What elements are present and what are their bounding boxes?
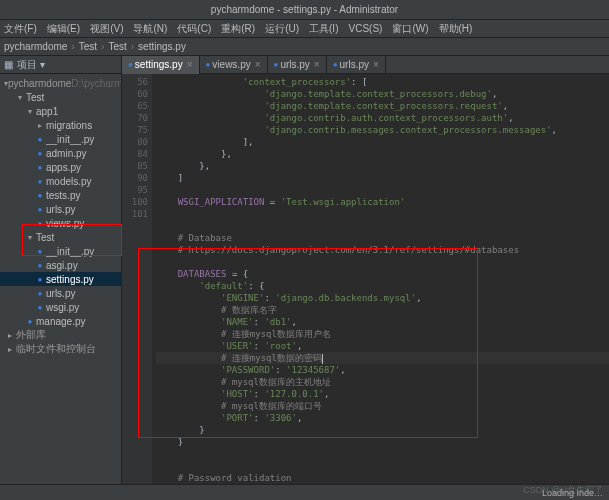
menu-item[interactable]: 编辑(E) [47,22,80,36]
code-line[interactable]: # Password validation [156,472,609,484]
code-line[interactable]: WSGI_APPLICATION = 'Test.wsgi.applicatio… [156,196,609,208]
code-line[interactable]: 'context_processors': [ [156,76,609,88]
menu-item[interactable]: 运行(U) [265,22,299,36]
tab-label: settings.py [135,59,183,70]
code-line[interactable]: # mysql数据库的端口号 [156,400,609,412]
code-editor[interactable]: 56606570758084859095100101 'context_proc… [122,74,609,486]
line-number: 101 [126,208,148,220]
tree-item[interactable]: settings.py [0,272,121,286]
editor-tab[interactable]: ●urls.py× [327,56,386,74]
code-line[interactable]: ] [156,172,609,184]
menu-item[interactable]: 导航(N) [133,22,167,36]
tree-item[interactable]: app1 [0,104,121,118]
code-line[interactable]: 'PORT': '3306', [156,412,609,424]
menu-item[interactable]: 视图(V) [90,22,123,36]
code-line[interactable]: # 连接mysql数据的密码 [156,352,609,364]
tree-item[interactable]: tests.py [0,188,121,202]
tree-item[interactable]: Test [0,90,121,104]
menu-item[interactable]: VCS(S) [348,23,382,34]
tree-item-label: manage.py [36,316,85,327]
project-tree[interactable]: pycharmdome D:\pycharmdomeTestapp1migrat… [0,74,121,500]
editor-tab[interactable]: ●views.py× [200,56,268,74]
chevron-right-icon: › [101,41,104,52]
close-icon[interactable]: × [373,59,379,70]
tree-item[interactable]: urls.py [0,286,121,300]
file-py-icon [24,317,36,326]
close-icon[interactable]: × [314,59,320,70]
code-line[interactable] [156,208,609,220]
tree-item[interactable]: views.py [0,216,121,230]
code-content[interactable]: 'context_processors': [ 'django.template… [152,74,609,486]
tree-item[interactable]: manage.py [0,314,121,328]
tree-item[interactable]: apps.py [0,160,121,174]
close-icon[interactable]: × [255,59,261,70]
breadcrumb-part[interactable]: Test [108,41,126,52]
code-line[interactable]: 'default': { [156,280,609,292]
project-sidebar: ▦ 项目 ▾ pycharmdome D:\pycharmdomeTestapp… [0,56,122,500]
project-tool-icon: ▦ [4,59,13,70]
python-file-icon: ● [128,60,133,69]
tree-item[interactable]: models.py [0,174,121,188]
code-line[interactable]: 'USER': 'root', [156,340,609,352]
code-line[interactable]: } [156,424,609,436]
code-line[interactable]: 'HOST': '127.0.0.1', [156,388,609,400]
menu-item[interactable]: 工具(I) [309,22,338,36]
folder-icon [24,107,36,116]
tree-item[interactable]: Test [0,230,121,244]
code-line[interactable] [156,256,609,268]
menu-item[interactable]: 窗口(W) [392,22,428,36]
code-line[interactable]: }, [156,148,609,160]
python-file-icon: ● [274,60,279,69]
menu-item[interactable]: 代码(C) [177,22,211,36]
code-line[interactable]: 'django.template.context_processors.debu… [156,88,609,100]
code-line[interactable]: 'django.template.context_processors.requ… [156,100,609,112]
code-line[interactable] [156,448,609,460]
breadcrumb-part[interactable]: pycharmdome [4,41,67,52]
menu-item[interactable]: 帮助(H) [439,22,473,36]
tree-item[interactable]: __init__.py [0,244,121,258]
tree-item[interactable]: admin.py [0,146,121,160]
code-line[interactable]: ], [156,136,609,148]
code-line[interactable]: }, [156,160,609,172]
menu-item[interactable]: 文件(F) [4,22,37,36]
code-line[interactable]: 'django.contrib.messages.context_process… [156,124,609,136]
breadcrumb-part[interactable]: settings.py [138,41,186,52]
code-line[interactable]: 'ENGINE': 'django.db.backends.mysql', [156,292,609,304]
code-line[interactable] [156,220,609,232]
code-line[interactable]: DATABASES = { [156,268,609,280]
sidebar-header[interactable]: ▦ 项目 ▾ [0,56,121,74]
editor-tab[interactable]: ●settings.py× [122,56,200,74]
code-line[interactable]: # 连接mysql数据库用户名 [156,328,609,340]
file-py-icon [34,191,46,200]
line-gutter: 56606570758084859095100101 [122,74,152,486]
folder-icon [24,233,36,242]
file-py-icon [34,163,46,172]
line-number: 56 [126,76,148,88]
close-icon[interactable]: × [187,59,193,70]
folder-c-icon [4,345,16,354]
code-line[interactable]: 'PASSWORD': '12345687', [156,364,609,376]
code-line[interactable]: 'django.contrib.auth.context_processors.… [156,112,609,124]
tree-item[interactable]: 外部库 [0,328,121,342]
line-number: 80 [126,136,148,148]
code-line[interactable]: 'NAME': 'db1', [156,316,609,328]
code-line[interactable]: # https://docs.djangoproject.com/en/3.1/… [156,244,609,256]
menu-item[interactable]: 重构(R) [221,22,255,36]
editor-tab[interactable]: ●urls.py× [268,56,327,74]
code-line[interactable]: } [156,436,609,448]
code-line[interactable]: # mysql数据库的主机地址 [156,376,609,388]
tree-item[interactable]: asgi.py [0,258,121,272]
tree-item[interactable]: pycharmdome D:\pycharmdome [0,76,121,90]
tree-item[interactable]: __init__.py [0,132,121,146]
code-line[interactable]: # Database [156,232,609,244]
tree-item[interactable]: wsgi.py [0,300,121,314]
menu-bar: 文件(F)编辑(E)视图(V)导航(N)代码(C)重构(R)运行(U)工具(I)… [0,20,609,38]
file-py-icon [34,149,46,158]
tree-item[interactable]: 临时文件和控制台 [0,342,121,356]
breadcrumb-part[interactable]: Test [79,41,97,52]
code-line[interactable] [156,460,609,472]
tree-item[interactable]: migrations [0,118,121,132]
tree-item[interactable]: urls.py [0,202,121,216]
code-line[interactable] [156,184,609,196]
code-line[interactable]: # 数据库名字 [156,304,609,316]
